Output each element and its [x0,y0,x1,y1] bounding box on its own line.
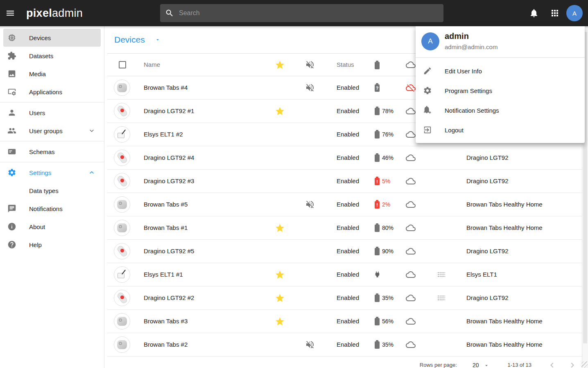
grid-dots-icon [437,295,446,301]
status-text: Enabled [337,263,359,286]
sidebar-item-label: Help [29,241,42,248]
sidebar-item-label: Datasets [29,52,53,59]
menu-item-label: Program Settings [445,87,492,94]
status-text: Enabled [337,193,359,216]
menu-item-label: Edit User Info [445,68,482,75]
sidebar-item-datasets[interactable]: Datasets [3,47,101,65]
device-thumbnail [114,220,130,236]
star-icon[interactable] [275,223,285,233]
sidebar-item-label: Applications [29,89,62,95]
menu-item-label: Logout [445,127,464,134]
sidebar-item-applications[interactable]: Applications [3,83,101,101]
sidebar-item-label: Devices [29,34,51,41]
puzzle-icon [7,51,16,60]
battery-percent: 5% [382,170,390,193]
battery-percent: 76% [382,123,394,146]
status-text: Enabled [337,100,359,123]
notifications-bell-icon[interactable] [529,8,539,18]
sidebar-divider [0,162,104,162]
cloud-off-icon [406,83,416,93]
device-name: Browan Tabs #3 [144,310,188,333]
table-row[interactable]: Browan Tabs #1 Enabled 80% Browan Tabs H… [107,216,582,240]
sidebar-item-label: Notifications [29,205,63,212]
grid-dots-icon [437,272,446,277]
pencil-icon [423,66,432,75]
sidebar-item-label: Schemas [29,148,55,155]
rows-per-page-select[interactable]: 20 [471,362,491,368]
star-icon[interactable] [275,106,285,116]
star-icon[interactable] [275,316,285,327]
menu-item-notification-settings[interactable]: Notification Settings [416,100,585,120]
battery-percent: 35% [382,333,394,356]
sidebar-item-devices[interactable]: Devices [3,29,101,47]
sidebar-item-user-groups[interactable]: User groups [3,122,101,140]
status-text: Enabled [337,333,359,356]
battery-icon: ! [375,178,380,185]
device-name: Dragino LGT92 #1 [144,100,194,123]
volume-off-icon [305,83,315,93]
sidebar-divider [0,102,104,102]
search-icon [165,9,174,18]
menu-item-logout[interactable]: Logout [416,120,585,140]
user-menu-items: Edit User Info Program Settings Notifica… [416,58,585,140]
table-row[interactable]: Elsys ELT1 #1 Enabled Elsys ELT1 [107,263,582,286]
select-all-checkbox[interactable] [119,61,126,68]
battery-icon [375,108,380,115]
chevron-up-icon[interactable] [88,168,96,177]
table-row[interactable]: Dragino LGT92 #3 Enabled ! 5% Dragino LG… [107,170,582,193]
apps-grid-icon[interactable] [550,8,560,18]
schema-name: Dragino LGT92 [466,286,509,309]
sidebar-item-about[interactable]: About [3,218,101,236]
next-page-icon[interactable] [568,360,577,368]
people-icon [7,126,16,135]
battery-icon [375,225,380,232]
schema-name: Browan Tabs Healthy Home [466,333,543,356]
window-resize-grip[interactable] [581,361,588,368]
sidebar-item-notifications[interactable]: Notifications [3,200,101,218]
chevron-down-icon[interactable] [88,127,96,135]
device-name: Browan Tabs #4 [144,76,188,99]
sidebar-item-help[interactable]: Help [3,236,101,254]
status-text: Enabled [337,76,359,99]
battery-icon [375,341,380,349]
app-logo: pixeladmin [26,0,83,26]
table-row[interactable]: Dragino LGT92 #5 Enabled 90% Dragino LGT… [107,240,582,263]
battery-icon [375,295,380,302]
menu-hamburger-icon[interactable] [5,8,15,18]
sidebar-item-users[interactable]: Users [3,104,101,122]
table-row[interactable]: Dragino LGT92 #4 Enabled 46% Dragino LGT… [107,146,582,170]
schema-name: Browan Tabs Healthy Home [466,193,543,216]
table-row[interactable]: Dragino LGT92 #2 Enabled 35% Dragino LGT… [107,286,582,310]
power-plug-icon [373,270,381,278]
star-icon[interactable] [275,270,285,280]
top-app-bar: pixeladmin A [0,0,588,26]
battery-icon [375,154,380,162]
column-header-name: Name [144,54,160,76]
device-thumbnail [114,103,130,119]
app-window-gear-icon [7,87,16,96]
sidebar-item-label: Settings [29,169,51,176]
sidebar-item-media[interactable]: Media [3,65,101,83]
list-card-icon [7,147,16,156]
status-text: Enabled [337,240,359,263]
search-input[interactable] [178,9,439,17]
sidebar-item-data-types[interactable]: Data types [3,182,101,200]
status-text: Enabled [337,310,359,333]
battery-percent: 2% [382,193,390,216]
device-name: Dragino LGT92 #4 [144,146,194,169]
star-icon[interactable] [275,293,285,303]
cloud-column-icon [406,60,416,70]
table-row[interactable]: Browan Tabs #2 Enabled 35% Browan Tabs H… [107,333,582,357]
menu-item-edit-user-info[interactable]: Edit User Info [416,61,585,81]
battery-column-icon [375,62,380,69]
search-bar[interactable] [160,4,443,22]
sidebar-item-settings[interactable]: Settings [3,164,101,182]
menu-item-program-settings[interactable]: Program Settings [416,81,585,100]
previous-page-icon[interactable] [547,360,557,368]
user-avatar[interactable]: A [566,5,583,21]
table-row[interactable]: Browan Tabs #5 Enabled ! 2% Browan Tabs … [107,193,582,216]
battery-percent: 78% [382,100,394,123]
sidebar-item-schemas[interactable]: Schemas [3,143,101,161]
page-title-dropdown[interactable]: Devices [114,35,161,45]
table-row[interactable]: Browan Tabs #3 Enabled 56% Browan Tabs H… [107,310,582,333]
